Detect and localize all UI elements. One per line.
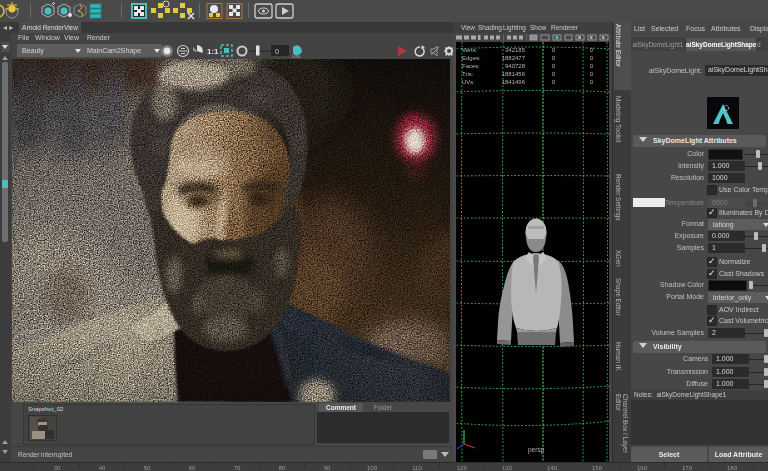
svg-text:Faces:: Faces:: [462, 63, 480, 69]
svg-text:150: 150: [592, 465, 603, 471]
svg-text:0: 0: [552, 47, 556, 53]
svg-text:940728: 940728: [505, 63, 526, 69]
svg-text:160: 160: [637, 465, 648, 471]
svg-text:50: 50: [144, 465, 151, 471]
svg-text:90: 90: [324, 465, 331, 471]
svg-text:130: 130: [502, 465, 513, 471]
svg-text:0: 0: [590, 71, 594, 77]
svg-text:170: 170: [682, 465, 693, 471]
svg-text:Verts:: Verts:: [462, 47, 478, 53]
svg-text:100: 100: [367, 465, 378, 471]
svg-text:140: 140: [547, 465, 558, 471]
svg-text:1881456: 1881456: [502, 71, 526, 77]
svg-text:persp: persp: [528, 446, 545, 454]
svg-text:0: 0: [552, 71, 556, 77]
svg-text:0: 0: [275, 48, 279, 55]
svg-text:70: 70: [234, 465, 241, 471]
svg-text:0: 0: [552, 63, 556, 69]
svg-text:40: 40: [99, 465, 106, 471]
svg-text:0: 0: [590, 79, 594, 85]
svg-text:342185: 342185: [505, 47, 526, 53]
svg-text:80: 80: [279, 465, 286, 471]
svg-text:120: 120: [457, 465, 468, 471]
svg-text:1882477: 1882477: [502, 55, 526, 61]
svg-text:Edges:: Edges:: [462, 55, 481, 61]
svg-text:110: 110: [412, 465, 422, 471]
svg-text:0: 0: [552, 79, 556, 85]
svg-text:1841496: 1841496: [502, 79, 526, 85]
svg-text:60: 60: [189, 465, 196, 471]
svg-text:UVs:: UVs:: [462, 79, 475, 85]
svg-text:0: 0: [552, 55, 556, 61]
svg-text:Tris:: Tris:: [462, 71, 474, 77]
svg-text:0: 0: [590, 55, 594, 61]
svg-text:30: 30: [54, 465, 61, 471]
svg-text:0: 0: [590, 47, 594, 53]
svg-text:180: 180: [727, 465, 738, 471]
svg-text:1:1: 1:1: [207, 47, 219, 56]
svg-text:0: 0: [590, 63, 594, 69]
